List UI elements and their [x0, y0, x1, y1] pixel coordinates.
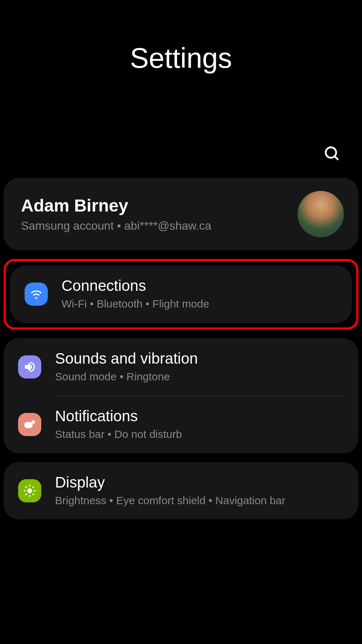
account-sub: Samsung account • abi****@shaw.ca: [21, 219, 298, 233]
wifi-icon: [25, 283, 48, 306]
setting-title: Notifications: [55, 407, 344, 425]
toolbar: [0, 145, 362, 163]
avatar[interactable]: [298, 191, 344, 237]
brightness-icon: [18, 479, 41, 502]
setting-text: Display Brightness • Eye comfort shield …: [55, 474, 344, 508]
notification-icon: [18, 413, 41, 436]
svg-rect-2: [24, 422, 33, 428]
settings-list: Adam Birney Samsung account • abi****@sh…: [0, 178, 362, 519]
setting-text: Notifications Status bar • Do not distur…: [55, 407, 344, 442]
svg-point-4: [27, 488, 32, 493]
setting-sub: Status bar • Do not disturb: [55, 427, 344, 442]
setting-title: Display: [55, 474, 344, 491]
svg-line-11: [25, 494, 27, 495]
svg-point-3: [31, 421, 35, 424]
account-info: Adam Birney Samsung account • abi****@sh…: [21, 196, 298, 233]
svg-line-12: [33, 486, 34, 488]
setting-title: Connections: [62, 277, 337, 294]
setting-title: Sounds and vibration: [55, 350, 344, 367]
svg-line-9: [25, 486, 27, 488]
group-sounds-notifications: Sounds and vibration Sound mode • Ringto…: [4, 338, 358, 453]
header: Settings: [0, 0, 362, 75]
setting-sub: Brightness • Eye comfort shield • Naviga…: [55, 493, 344, 508]
group-display: Display Brightness • Eye comfort shield …: [4, 462, 358, 520]
page-title: Settings: [0, 42, 362, 75]
account-card[interactable]: Adam Birney Samsung account • abi****@sh…: [4, 178, 358, 250]
svg-line-1: [335, 156, 338, 160]
setting-sounds[interactable]: Sounds and vibration Sound mode • Ringto…: [4, 338, 358, 396]
sound-icon: [18, 355, 41, 379]
setting-text: Connections Wi-Fi • Bluetooth • Flight m…: [62, 277, 337, 311]
setting-sub: Sound mode • Ringtone: [55, 369, 344, 384]
setting-display[interactable]: Display Brightness • Eye comfort shield …: [4, 462, 358, 520]
svg-point-0: [326, 147, 336, 158]
search-icon[interactable]: [324, 145, 340, 163]
setting-connections[interactable]: Connections Wi-Fi • Bluetooth • Flight m…: [10, 265, 352, 323]
setting-text: Sounds and vibration Sound mode • Ringto…: [55, 350, 344, 384]
group-connections: Connections Wi-Fi • Bluetooth • Flight m…: [10, 265, 352, 323]
account-name: Adam Birney: [21, 196, 298, 216]
setting-sub: Wi-Fi • Bluetooth • Flight mode: [62, 297, 337, 311]
highlight-connections: Connections Wi-Fi • Bluetooth • Flight m…: [4, 259, 358, 330]
svg-line-10: [33, 494, 34, 495]
setting-notifications[interactable]: Notifications Status bar • Do not distur…: [4, 396, 358, 453]
